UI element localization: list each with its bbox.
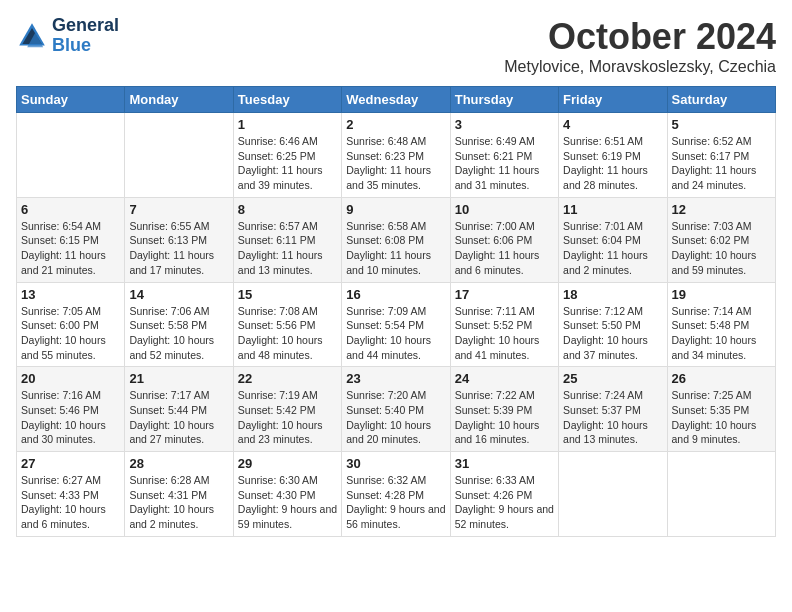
logo-text-blue: Blue	[52, 36, 119, 56]
day-number: 7	[129, 202, 228, 217]
day-info: Sunrise: 6:33 AM Sunset: 4:26 PM Dayligh…	[455, 473, 554, 532]
calendar-day-cell: 5Sunrise: 6:52 AM Sunset: 6:17 PM Daylig…	[667, 113, 775, 198]
calendar-day-cell	[125, 113, 233, 198]
calendar-header-day: Wednesday	[342, 87, 450, 113]
calendar-header-day: Tuesday	[233, 87, 341, 113]
calendar-day-cell: 14Sunrise: 7:06 AM Sunset: 5:58 PM Dayli…	[125, 282, 233, 367]
day-info: Sunrise: 7:22 AM Sunset: 5:39 PM Dayligh…	[455, 388, 554, 447]
calendar-day-cell: 29Sunrise: 6:30 AM Sunset: 4:30 PM Dayli…	[233, 452, 341, 537]
day-info: Sunrise: 6:46 AM Sunset: 6:25 PM Dayligh…	[238, 134, 337, 193]
day-info: Sunrise: 7:08 AM Sunset: 5:56 PM Dayligh…	[238, 304, 337, 363]
calendar-day-cell: 23Sunrise: 7:20 AM Sunset: 5:40 PM Dayli…	[342, 367, 450, 452]
day-info: Sunrise: 7:00 AM Sunset: 6:06 PM Dayligh…	[455, 219, 554, 278]
calendar-week-row: 1Sunrise: 6:46 AM Sunset: 6:25 PM Daylig…	[17, 113, 776, 198]
day-number: 10	[455, 202, 554, 217]
calendar-day-cell: 16Sunrise: 7:09 AM Sunset: 5:54 PM Dayli…	[342, 282, 450, 367]
day-number: 1	[238, 117, 337, 132]
day-number: 30	[346, 456, 445, 471]
calendar-day-cell	[17, 113, 125, 198]
day-number: 12	[672, 202, 771, 217]
calendar-header-day: Friday	[559, 87, 667, 113]
day-info: Sunrise: 6:54 AM Sunset: 6:15 PM Dayligh…	[21, 219, 120, 278]
day-number: 31	[455, 456, 554, 471]
logo: General Blue	[16, 16, 119, 56]
day-info: Sunrise: 6:32 AM Sunset: 4:28 PM Dayligh…	[346, 473, 445, 532]
calendar-day-cell: 11Sunrise: 7:01 AM Sunset: 6:04 PM Dayli…	[559, 197, 667, 282]
day-info: Sunrise: 7:09 AM Sunset: 5:54 PM Dayligh…	[346, 304, 445, 363]
calendar-day-cell: 31Sunrise: 6:33 AM Sunset: 4:26 PM Dayli…	[450, 452, 558, 537]
day-info: Sunrise: 6:28 AM Sunset: 4:31 PM Dayligh…	[129, 473, 228, 532]
calendar-week-row: 6Sunrise: 6:54 AM Sunset: 6:15 PM Daylig…	[17, 197, 776, 282]
day-number: 9	[346, 202, 445, 217]
day-number: 23	[346, 371, 445, 386]
calendar-day-cell: 12Sunrise: 7:03 AM Sunset: 6:02 PM Dayli…	[667, 197, 775, 282]
calendar-day-cell: 7Sunrise: 6:55 AM Sunset: 6:13 PM Daylig…	[125, 197, 233, 282]
calendar-day-cell: 8Sunrise: 6:57 AM Sunset: 6:11 PM Daylig…	[233, 197, 341, 282]
day-number: 8	[238, 202, 337, 217]
calendar-day-cell: 28Sunrise: 6:28 AM Sunset: 4:31 PM Dayli…	[125, 452, 233, 537]
calendar-week-row: 20Sunrise: 7:16 AM Sunset: 5:46 PM Dayli…	[17, 367, 776, 452]
day-number: 24	[455, 371, 554, 386]
day-info: Sunrise: 7:24 AM Sunset: 5:37 PM Dayligh…	[563, 388, 662, 447]
day-info: Sunrise: 7:03 AM Sunset: 6:02 PM Dayligh…	[672, 219, 771, 278]
calendar-day-cell: 21Sunrise: 7:17 AM Sunset: 5:44 PM Dayli…	[125, 367, 233, 452]
month-title: October 2024	[504, 16, 776, 58]
day-number: 18	[563, 287, 662, 302]
calendar-header-day: Monday	[125, 87, 233, 113]
day-info: Sunrise: 7:05 AM Sunset: 6:00 PM Dayligh…	[21, 304, 120, 363]
day-info: Sunrise: 7:14 AM Sunset: 5:48 PM Dayligh…	[672, 304, 771, 363]
day-info: Sunrise: 6:55 AM Sunset: 6:13 PM Dayligh…	[129, 219, 228, 278]
day-info: Sunrise: 7:01 AM Sunset: 6:04 PM Dayligh…	[563, 219, 662, 278]
day-number: 16	[346, 287, 445, 302]
logo-text-general: General	[52, 16, 119, 36]
day-number: 19	[672, 287, 771, 302]
calendar-day-cell: 24Sunrise: 7:22 AM Sunset: 5:39 PM Dayli…	[450, 367, 558, 452]
calendar-day-cell: 17Sunrise: 7:11 AM Sunset: 5:52 PM Dayli…	[450, 282, 558, 367]
day-info: Sunrise: 6:58 AM Sunset: 6:08 PM Dayligh…	[346, 219, 445, 278]
day-info: Sunrise: 7:12 AM Sunset: 5:50 PM Dayligh…	[563, 304, 662, 363]
calendar-day-cell: 10Sunrise: 7:00 AM Sunset: 6:06 PM Dayli…	[450, 197, 558, 282]
day-info: Sunrise: 7:16 AM Sunset: 5:46 PM Dayligh…	[21, 388, 120, 447]
calendar-day-cell: 19Sunrise: 7:14 AM Sunset: 5:48 PM Dayli…	[667, 282, 775, 367]
calendar-day-cell: 30Sunrise: 6:32 AM Sunset: 4:28 PM Dayli…	[342, 452, 450, 537]
calendar-day-cell	[667, 452, 775, 537]
calendar-day-cell: 20Sunrise: 7:16 AM Sunset: 5:46 PM Dayli…	[17, 367, 125, 452]
day-number: 6	[21, 202, 120, 217]
calendar-day-cell: 15Sunrise: 7:08 AM Sunset: 5:56 PM Dayli…	[233, 282, 341, 367]
day-number: 2	[346, 117, 445, 132]
day-number: 17	[455, 287, 554, 302]
day-info: Sunrise: 7:17 AM Sunset: 5:44 PM Dayligh…	[129, 388, 228, 447]
calendar-day-cell	[559, 452, 667, 537]
day-number: 14	[129, 287, 228, 302]
day-info: Sunrise: 7:06 AM Sunset: 5:58 PM Dayligh…	[129, 304, 228, 363]
calendar-day-cell: 1Sunrise: 6:46 AM Sunset: 6:25 PM Daylig…	[233, 113, 341, 198]
day-info: Sunrise: 7:20 AM Sunset: 5:40 PM Dayligh…	[346, 388, 445, 447]
calendar-header-day: Thursday	[450, 87, 558, 113]
day-number: 11	[563, 202, 662, 217]
day-number: 20	[21, 371, 120, 386]
calendar-day-cell: 4Sunrise: 6:51 AM Sunset: 6:19 PM Daylig…	[559, 113, 667, 198]
day-number: 3	[455, 117, 554, 132]
day-number: 26	[672, 371, 771, 386]
calendar-day-cell: 9Sunrise: 6:58 AM Sunset: 6:08 PM Daylig…	[342, 197, 450, 282]
logo-icon	[16, 20, 48, 52]
calendar-day-cell: 18Sunrise: 7:12 AM Sunset: 5:50 PM Dayli…	[559, 282, 667, 367]
day-info: Sunrise: 6:27 AM Sunset: 4:33 PM Dayligh…	[21, 473, 120, 532]
day-number: 13	[21, 287, 120, 302]
calendar-day-cell: 26Sunrise: 7:25 AM Sunset: 5:35 PM Dayli…	[667, 367, 775, 452]
calendar-day-cell: 2Sunrise: 6:48 AM Sunset: 6:23 PM Daylig…	[342, 113, 450, 198]
calendar-day-cell: 27Sunrise: 6:27 AM Sunset: 4:33 PM Dayli…	[17, 452, 125, 537]
calendar-day-cell: 6Sunrise: 6:54 AM Sunset: 6:15 PM Daylig…	[17, 197, 125, 282]
calendar-day-cell: 13Sunrise: 7:05 AM Sunset: 6:00 PM Dayli…	[17, 282, 125, 367]
day-number: 15	[238, 287, 337, 302]
day-info: Sunrise: 6:49 AM Sunset: 6:21 PM Dayligh…	[455, 134, 554, 193]
day-info: Sunrise: 7:25 AM Sunset: 5:35 PM Dayligh…	[672, 388, 771, 447]
calendar-day-cell: 3Sunrise: 6:49 AM Sunset: 6:21 PM Daylig…	[450, 113, 558, 198]
day-info: Sunrise: 6:57 AM Sunset: 6:11 PM Dayligh…	[238, 219, 337, 278]
calendar-week-row: 27Sunrise: 6:27 AM Sunset: 4:33 PM Dayli…	[17, 452, 776, 537]
calendar-week-row: 13Sunrise: 7:05 AM Sunset: 6:00 PM Dayli…	[17, 282, 776, 367]
page-header: General Blue October 2024 Metylovice, Mo…	[16, 16, 776, 76]
calendar-day-cell: 22Sunrise: 7:19 AM Sunset: 5:42 PM Dayli…	[233, 367, 341, 452]
day-number: 29	[238, 456, 337, 471]
day-number: 5	[672, 117, 771, 132]
